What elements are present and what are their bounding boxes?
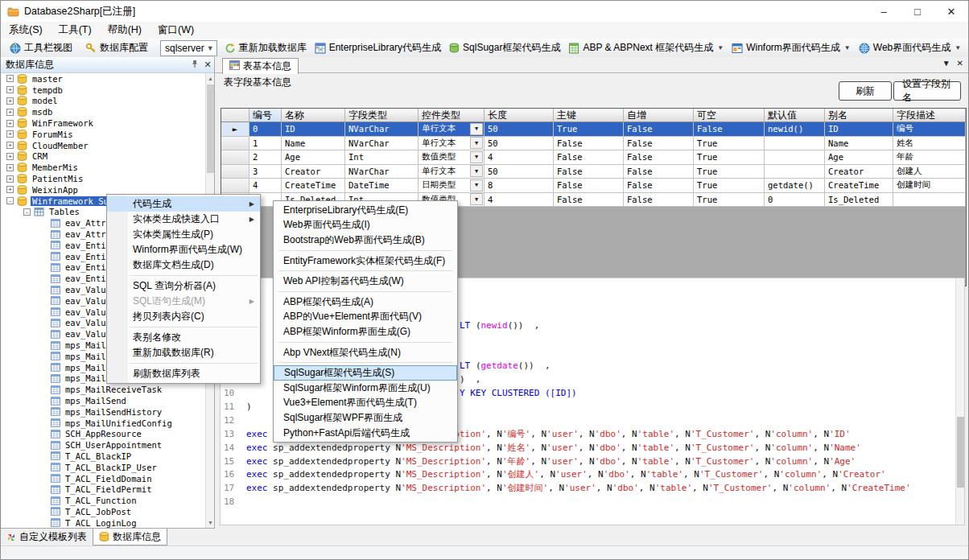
grid-cell[interactable]: 年龄 [893,150,966,165]
menu-item-[interactable]: 刷新数据库列表 [107,366,260,381]
grid-cell[interactable]: 50 [484,137,554,151]
menu-item-d[interactable]: 数据库文档生成(D) [107,257,260,273]
grid-cell[interactable]: 编号 [893,122,966,137]
grid-cell[interactable]: True [694,193,765,208]
grid-cell[interactable]: False [554,137,624,151]
toolbar-button-winform[interactable]: Winform界面代码生成▼ [728,39,855,57]
maximize-button[interactable]: □ [901,1,934,22]
toolbar-button-[interactable]: 工具栏视图 [6,39,76,57]
expand-icon[interactable]: + [6,175,14,183]
column-header-1[interactable]: 名称 [282,109,345,122]
grid-cell[interactable] [765,137,825,151]
menubar-item-3[interactable]: 窗口(W) [150,22,202,39]
menu-item-enterpriselibrarye[interactable]: EnterpriseLibrary代码生成(E) [274,203,457,218]
grid-cell[interactable]: CreateTime [282,179,345,193]
menu-item-abpa[interactable]: ABP框架代码生成(A) [274,294,457,310]
tree-item-t_acl_blackip[interactable]: T_ACL_BlackIP [2,451,206,462]
column-header-2[interactable]: 字段类型 [345,109,419,122]
toolbar-button-sqlsugar[interactable]: SqlSugar框架代码生成 [445,39,564,57]
set-field-alias-button[interactable]: 设置字段别名 [893,81,961,101]
grid-cell[interactable]: False [624,193,694,208]
grid-cell[interactable]: 4 [484,150,554,165]
grid-cell[interactable]: Age [825,150,893,165]
column-header-6[interactable]: 自增 [624,109,694,122]
column-header-0[interactable]: 编号 [249,109,282,122]
row-header-cell[interactable] [221,150,249,165]
grid-cell[interactable]: 8 [484,179,554,193]
grid-cell[interactable]: 0 [249,122,282,137]
grid-cell[interactable]: False [624,137,694,151]
tree-item-msdb[interactable]: +msdb [2,106,206,117]
grid-row-4[interactable]: 4CreateTimeDateTime日期类型▼8FalseFalseTrueg… [221,179,966,193]
chevron-down-icon[interactable]: ▼ [204,44,216,52]
grid-row-1[interactable]: 1NameNVarChar单行文本▼50FalseFalseTrueName姓名 [221,137,966,151]
chevron-down-icon[interactable]: ▼ [844,44,851,51]
menu-item-sqlsugarwinformu[interactable]: SqlSugar框架Winform界面生成(U) [274,381,457,396]
grid-cell[interactable]: 创建人 [893,165,966,179]
tab-close-icon[interactable]: ✕ [957,59,963,68]
tree-item-t_acl_jobpost[interactable]: T_ACL_JobPost [2,506,206,517]
grid-cell[interactable]: 50 [484,122,554,137]
row-header-cell[interactable] [221,165,249,179]
grid-cell[interactable]: Creator [282,165,345,179]
column-header-3[interactable]: 控件类型 [419,109,484,122]
grid-cell[interactable]: Name [282,137,345,151]
column-header-8[interactable]: 默认值 [765,109,825,122]
expand-icon[interactable]: + [6,120,14,127]
grid-cell[interactable]: False [624,165,694,179]
dock-tab-active[interactable]: 数据库信息 [93,529,167,546]
chevron-down-icon[interactable]: ▼ [470,193,483,205]
collapse-icon[interactable]: - [23,208,31,216]
tab-list-dropdown-icon[interactable]: ▼ [942,59,950,68]
refresh-button[interactable]: 刷新 [839,81,892,101]
tree-item-mps_mailunifiedconfig[interactable]: mps_MailUnifiedConfig [2,418,206,429]
grid-cell[interactable]: True [554,122,624,137]
row-header-cell[interactable] [221,137,249,151]
grid-cell[interactable]: 数值类型▼ [419,150,484,165]
grid-row-3[interactable]: 3CreatorNVarChar单行文本▼50FalseFalseTrueCre… [221,165,966,179]
tree-item-model[interactable]: +model [2,96,206,107]
grid-cell[interactable]: False [554,179,624,193]
expand-icon[interactable]: + [6,164,14,171]
expand-icon[interactable]: + [6,97,14,105]
grid-row-0[interactable]: ►0IDNVarChar单行文本▼50TrueFalseFalsenewid()… [221,122,966,137]
grid-cell[interactable]: False [624,179,694,193]
grid-cell[interactable]: DateTime [345,179,419,193]
menu-item-sqlsugars[interactable]: SqlSugar框架代码生成(S) [274,365,457,381]
grid-cell[interactable]: NVarChar [345,122,419,137]
scroll-down-icon[interactable]: ▼ [206,517,215,528]
menu-item-sqla[interactable]: SQL 查询分析器(A) [107,278,260,294]
grid-cell[interactable]: 单行文本▼ [419,122,484,137]
menu-item-bootstrapwebb[interactable]: Bootstrap的Web界面代码生成(B) [274,233,457,248]
tree-item-tempdb[interactable]: +tempdb [2,84,206,96]
menubar-item-1[interactable]: 工具(T) [51,22,100,39]
grid-cell[interactable]: 日期类型▼ [419,179,484,193]
expand-icon[interactable]: + [6,142,14,149]
grid-cell[interactable]: False [694,122,765,137]
grid-cell[interactable]: Age [282,150,345,165]
collapse-icon[interactable]: - [6,197,14,204]
grid-corner-cell[interactable] [221,109,249,122]
tree-item-sch_appresource[interactable]: SCH_AppResource [2,429,206,440]
grid-cell[interactable]: 4 [484,193,554,208]
grid-cell[interactable]: 3 [249,165,282,179]
grid-cell[interactable]: True [694,179,765,193]
menu-item-webapiw[interactable]: Web API控制器代码生成(W) [274,274,457,289]
menu-item-sqlsugarwpf[interactable]: SqlSugar框架WPF界面生成 [274,410,457,426]
grid-cell[interactable]: True [694,150,765,165]
row-indicator-arrow-icon[interactable]: ► [221,122,249,137]
grid-cell[interactable]: CreateTime [825,179,893,193]
tree-item-winframework[interactable]: +WinFramework [2,117,206,129]
chevron-down-icon[interactable]: ▼ [470,151,483,163]
toolbar-button-enterpriselibrary[interactable]: EnterpriseLibrary代码生成 [311,39,445,57]
grid-cell[interactable]: 50 [484,165,554,179]
toolbar-button-[interactable]: 重新加载数据库 [221,39,311,57]
tree-item-mps_mailsendhistory[interactable]: mps_MailSendHistory [2,406,206,418]
grid-cell[interactable] [765,165,825,179]
grid-cell[interactable]: 单行文本▼ [419,137,484,151]
grid-cell[interactable]: ID [282,122,345,137]
chevron-down-icon[interactable]: ▼ [470,123,483,135]
toolbar-button-[interactable]: 数据库配置 [81,39,152,57]
code-scrollbar[interactable] [955,278,964,525]
column-header-7[interactable]: 可空 [694,109,765,122]
